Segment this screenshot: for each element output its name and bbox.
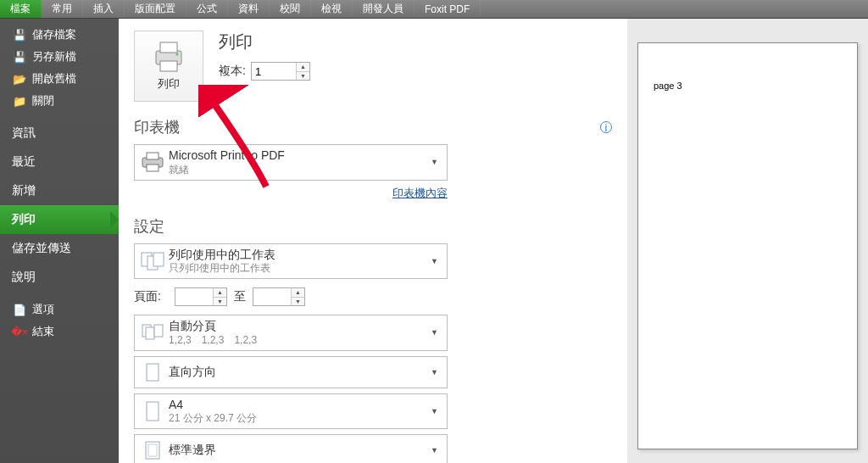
page-from-spinner[interactable]: ▲▼ <box>175 287 227 306</box>
spin-up-icon[interactable]: ▲ <box>292 288 304 298</box>
bs-help[interactable]: 說明 <box>0 263 119 292</box>
print-button[interactable]: 列印 <box>134 31 203 102</box>
combo-line1: 列印使用中的工作表 <box>169 248 427 263</box>
bs-save[interactable]: 💾 儲存檔案 <box>0 24 119 46</box>
portrait-icon <box>140 360 165 384</box>
svg-rect-13 <box>147 364 159 381</box>
print-preview: page 3 <box>627 19 868 463</box>
page-icon <box>140 399 165 423</box>
info-icon[interactable]: i <box>600 121 612 133</box>
bs-save-as[interactable]: 💾 另存新檔 <box>0 46 119 68</box>
printer-icon <box>140 150 165 174</box>
svg-rect-2 <box>160 61 177 71</box>
page-to-spinner[interactable]: ▲▼ <box>253 287 305 306</box>
bs-exit[interactable]: �× 結束 <box>0 321 119 343</box>
orientation-combo[interactable]: 直向方向 ▼ <box>134 356 448 388</box>
spin-up-icon[interactable]: ▲ <box>214 288 226 298</box>
tab-data[interactable]: 資料 <box>228 0 270 18</box>
margins-icon <box>140 438 165 462</box>
chevron-down-icon: ▼ <box>427 407 442 416</box>
copies-spinner[interactable]: ▲ ▼ <box>251 62 310 81</box>
bs-label: 開啟舊檔 <box>32 71 76 86</box>
folder-icon: 📁 <box>12 94 27 108</box>
save-icon: 💾 <box>12 28 27 42</box>
margins-combo[interactable]: 標準邊界 ▼ <box>134 434 448 463</box>
bs-label: 儲存檔案 <box>32 27 76 42</box>
bs-label: 資訊 <box>12 126 36 141</box>
bs-label: 列印 <box>12 212 36 227</box>
svg-rect-9 <box>153 253 164 266</box>
combo-line2: 只列印使用中的工作表 <box>169 262 427 275</box>
combo-line1: 標準邊界 <box>169 443 427 458</box>
bs-open[interactable]: 📂 開啟舊檔 <box>0 68 119 90</box>
spin-down-icon[interactable]: ▼ <box>292 298 304 306</box>
tab-insert[interactable]: 插入 <box>83 0 125 18</box>
bs-label: 最近 <box>12 154 36 170</box>
chevron-down-icon: ▼ <box>427 328 442 337</box>
bs-label: 儲存並傳送 <box>12 241 71 256</box>
save-as-icon: 💾 <box>12 50 27 64</box>
svg-rect-12 <box>154 325 163 337</box>
bs-new[interactable]: 新增 <box>0 176 119 205</box>
chevron-down-icon: ▼ <box>427 158 442 166</box>
printer-icon <box>151 41 186 73</box>
combo-line1: A4 <box>169 398 427 413</box>
tab-foxit[interactable]: Foxit PDF <box>415 0 481 18</box>
combo-line1: 自動分頁 <box>169 319 427 334</box>
page-to-input[interactable] <box>253 288 291 305</box>
tab-layout[interactable]: 版面配置 <box>125 0 186 18</box>
tab-home[interactable]: 常用 <box>42 0 83 18</box>
printer-selector[interactable]: Microsoft Print to PDF 就緒 ▼ <box>134 144 448 181</box>
spin-down-icon[interactable]: ▼ <box>297 72 309 81</box>
bs-info[interactable]: 資訊 <box>0 119 119 148</box>
bs-print[interactable]: 列印 <box>0 205 119 234</box>
bs-label: 說明 <box>12 270 36 285</box>
paper-size-combo[interactable]: A4 21 公分 x 29.7 公分 ▼ <box>134 393 448 430</box>
options-icon: 📄 <box>12 303 27 316</box>
chevron-down-icon: ▼ <box>427 446 442 455</box>
bs-options[interactable]: 📄 選項 <box>0 298 119 321</box>
svg-rect-1 <box>160 42 177 53</box>
printer-status: 就緒 <box>169 164 427 176</box>
print-heading: 列印 <box>219 31 310 53</box>
settings-section-title: 設定 <box>134 216 164 237</box>
tab-review[interactable]: 校閱 <box>270 0 311 18</box>
bs-label: 結束 <box>32 324 54 339</box>
collate-icon <box>140 321 165 344</box>
tab-developer[interactable]: 開發人員 <box>353 0 415 18</box>
backstage-sidebar: 💾 儲存檔案 💾 另存新檔 📂 開啟舊檔 📁 關閉 資訊 最近 新增 列印 儲存… <box>0 19 119 463</box>
exit-icon: �× <box>12 325 27 338</box>
svg-rect-11 <box>146 327 154 339</box>
svg-rect-5 <box>147 153 159 159</box>
chevron-down-icon: ▼ <box>427 257 442 265</box>
pages-to-label: 至 <box>234 289 246 304</box>
print-panel: 列印 列印 複本: ▲ ▼ 印表機 i Microsoft Pri <box>119 19 627 463</box>
tab-formulas[interactable]: 公式 <box>186 0 228 18</box>
combo-line2: 21 公分 x 29.7 公分 <box>169 412 427 425</box>
ribbon-tabs: 檔案 常用 插入 版面配置 公式 資料 校閱 檢視 開發人員 Foxit PDF <box>0 0 868 19</box>
print-scope-combo[interactable]: 列印使用中的工作表 只列印使用中的工作表 ▼ <box>134 243 448 280</box>
combo-line1: 直向方向 <box>169 365 427 380</box>
bs-label: 關閉 <box>32 93 54 109</box>
collate-combo[interactable]: 自動分頁 1,2,3 1,2,3 1,2,3 ▼ <box>134 315 448 351</box>
page-from-input[interactable] <box>175 288 213 305</box>
copies-label: 複本: <box>219 64 246 79</box>
tab-view[interactable]: 檢視 <box>311 0 353 18</box>
copies-input[interactable] <box>252 63 296 80</box>
print-button-label: 列印 <box>158 76 180 92</box>
sheets-icon <box>140 249 165 273</box>
printer-section-title: 印表機 <box>134 117 180 137</box>
bs-close[interactable]: 📁 關閉 <box>0 90 119 112</box>
chevron-down-icon: ▼ <box>427 368 442 377</box>
printer-properties-link[interactable]: 印表機內容 <box>392 187 448 199</box>
svg-rect-6 <box>147 165 159 171</box>
bs-label: 新增 <box>12 183 36 198</box>
tab-file[interactable]: 檔案 <box>0 0 42 18</box>
spin-down-icon[interactable]: ▼ <box>214 298 226 306</box>
bs-share[interactable]: 儲存並傳送 <box>0 234 119 263</box>
bs-recent[interactable]: 最近 <box>0 148 119 176</box>
bs-label: 另存新檔 <box>32 49 76 64</box>
svg-rect-14 <box>147 402 159 421</box>
spin-up-icon[interactable]: ▲ <box>297 63 309 72</box>
pages-label: 頁面: <box>134 289 168 304</box>
